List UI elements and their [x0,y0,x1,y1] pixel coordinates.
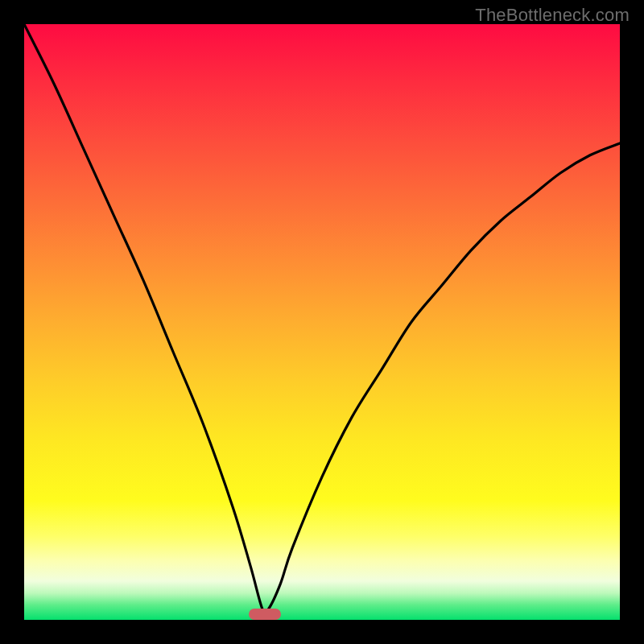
frame: TheBottleneck.com [0,0,644,644]
bottleneck-curve [24,24,620,620]
plot-area [24,24,620,620]
optimal-marker [249,609,281,620]
watermark-label: TheBottleneck.com [475,5,630,26]
